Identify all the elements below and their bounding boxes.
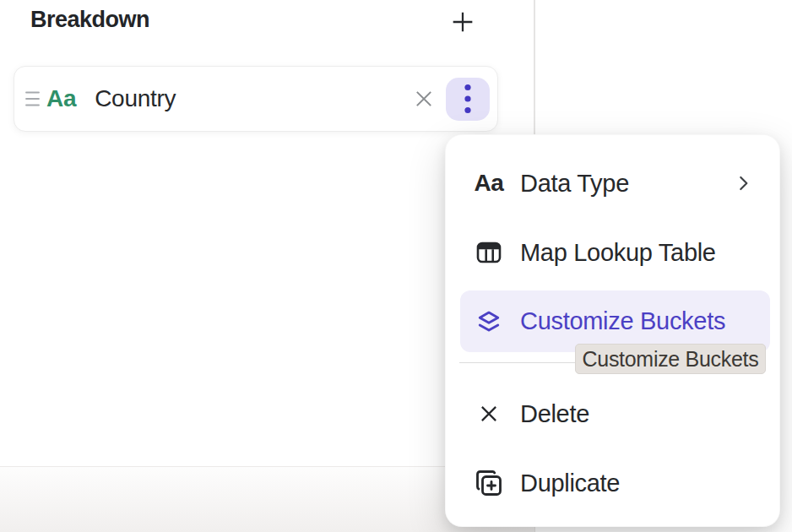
close-icon [412,87,436,111]
plus-icon [449,8,476,35]
menu-item-label: Customize Buckets [520,307,725,335]
menu-item-map-lookup-table[interactable]: Map Lookup Table [446,218,779,287]
x-icon [474,399,504,429]
kebab-icon [464,84,472,114]
drag-handle-icon[interactable] [19,82,45,116]
menu-item-label: Data Type [520,170,629,198]
field-label: Country [95,85,176,112]
add-breakdown-button[interactable] [445,4,480,40]
menu-item-label: Map Lookup Table [520,239,716,267]
remove-field-button[interactable] [409,84,439,114]
breakdown-header: Breakdown [0,0,534,51]
page-title: Breakdown [30,7,149,33]
customize-buckets-tooltip: Customize Buckets [575,344,766,374]
menu-item-label: Duplicate [520,470,620,497]
text-type-icon: Aa [474,168,504,198]
chevron-right-icon [732,172,754,194]
copy-plus-icon [474,468,504,498]
table-icon [474,237,504,268]
menu-item-data-type[interactable]: Aa Data Type [446,149,779,218]
menu-item-duplicate[interactable]: Duplicate [446,448,779,518]
breakdown-field-card: Aa Country [14,66,498,132]
field-context-menu: Aa Data Type Map Lookup Table Customize … [445,134,780,527]
field-menu-button[interactable] [446,78,490,121]
menu-item-label: Delete [520,400,589,428]
stack-icon [474,307,504,337]
field-type-icon: Aa [46,85,76,112]
menu-item-delete[interactable]: Delete [446,379,779,448]
